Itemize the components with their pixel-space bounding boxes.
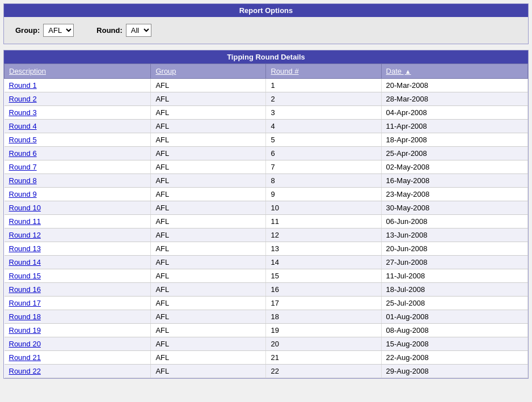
description-link[interactable]: Round 3 <box>9 108 37 117</box>
cell-description: Round 14 <box>5 256 151 269</box>
description-link[interactable]: Round 19 <box>9 326 41 335</box>
cell-group: AFL <box>151 215 266 228</box>
cell-date: 11-Apr-2008 <box>381 120 527 133</box>
table-row: Round 21AFL2122-Aug-2008 <box>5 351 528 365</box>
group-label: Group: <box>15 26 40 35</box>
cell-group: AFL <box>151 324 266 337</box>
cell-date: 11-Jul-2008 <box>381 269 527 283</box>
cell-date: 01-Aug-2008 <box>381 310 527 324</box>
cell-round: 22 <box>266 365 381 378</box>
cell-date: 15-Aug-2008 <box>381 337 527 351</box>
description-link[interactable]: Round 15 <box>9 272 41 280</box>
date-col-link[interactable]: Date ▲ <box>386 67 411 75</box>
description-link[interactable]: Round 9 <box>9 190 37 198</box>
description-link[interactable]: Round 12 <box>9 231 41 239</box>
cell-date: 20-Jun-2008 <box>381 242 527 256</box>
table-row: Round 1AFL120-Mar-2008 <box>5 79 528 92</box>
cell-round: 14 <box>266 256 381 269</box>
report-options-title: Report Options <box>4 4 528 17</box>
table-header-row: Description Group Round # Date ▲ <box>5 64 528 79</box>
cell-round: 9 <box>266 188 381 201</box>
description-link[interactable]: Round 13 <box>9 244 41 253</box>
cell-date: 06-Jun-2008 <box>381 215 527 228</box>
cell-description: Round 5 <box>5 133 151 147</box>
cell-group: AFL <box>151 92 266 106</box>
cell-round: 2 <box>266 92 381 106</box>
cell-date: 30-May-2008 <box>381 201 527 215</box>
table-row: Round 18AFL1801-Aug-2008 <box>5 310 528 324</box>
description-link[interactable]: Round 22 <box>9 367 41 375</box>
table-row: Round 16AFL1618-Jul-2008 <box>5 283 528 297</box>
cell-group: AFL <box>151 201 266 215</box>
table-body: Round 1AFL120-Mar-2008Round 2AFL228-Mar-… <box>5 79 528 378</box>
cell-round: 20 <box>266 337 381 351</box>
report-options-body: Group: AFL Round: All 1234 5678 9101112 … <box>4 17 528 44</box>
round-select[interactable]: All 1234 5678 9101112 13141516 17181920 … <box>126 24 151 37</box>
description-link[interactable]: Round 8 <box>9 176 37 185</box>
cell-date: 18-Jul-2008 <box>381 283 527 297</box>
cell-round: 21 <box>266 351 381 365</box>
cell-description: Round 11 <box>5 215 151 228</box>
cell-date: 27-Jun-2008 <box>381 256 527 269</box>
table-row: Round 11AFL1106-Jun-2008 <box>5 215 528 228</box>
cell-group: AFL <box>151 188 266 201</box>
cell-date: 13-Jun-2008 <box>381 228 527 242</box>
description-link[interactable]: Round 10 <box>9 204 41 212</box>
table-row: Round 5AFL518-Apr-2008 <box>5 133 528 147</box>
description-link[interactable]: Round 21 <box>9 353 41 362</box>
round-col-link[interactable]: Round # <box>271 67 298 75</box>
cell-group: AFL <box>151 269 266 283</box>
cell-group: AFL <box>151 174 266 188</box>
cell-group: AFL <box>151 160 266 174</box>
cell-group: AFL <box>151 228 266 242</box>
cell-round: 5 <box>266 133 381 147</box>
col-header-group[interactable]: Group <box>151 64 266 79</box>
cell-date: 08-Aug-2008 <box>381 324 527 337</box>
cell-group: AFL <box>151 256 266 269</box>
cell-description: Round 12 <box>5 228 151 242</box>
cell-round: 16 <box>266 283 381 297</box>
table-row: Round 12AFL1213-Jun-2008 <box>5 228 528 242</box>
cell-round: 4 <box>266 120 381 133</box>
group-select[interactable]: AFL <box>43 24 74 37</box>
cell-group: AFL <box>151 351 266 365</box>
cell-group: AFL <box>151 120 266 133</box>
description-link[interactable]: Round 17 <box>9 299 41 307</box>
table-row: Round 7AFL702-May-2008 <box>5 160 528 174</box>
table-row: Round 4AFL411-Apr-2008 <box>5 120 528 133</box>
description-col-link[interactable]: Description <box>9 67 46 75</box>
description-link[interactable]: Round 4 <box>9 122 37 130</box>
description-link[interactable]: Round 14 <box>9 258 41 266</box>
cell-description: Round 17 <box>5 297 151 310</box>
cell-date: 28-Mar-2008 <box>381 92 527 106</box>
cell-date: 25-Jul-2008 <box>381 297 527 310</box>
tipping-section: Tipping Round Details Description Group … <box>3 50 529 379</box>
group-col-link[interactable]: Group <box>155 67 176 75</box>
description-link[interactable]: Round 7 <box>9 163 37 171</box>
round-label: Round: <box>96 26 122 35</box>
cell-group: AFL <box>151 365 266 378</box>
description-link[interactable]: Round 20 <box>9 340 41 348</box>
col-header-description[interactable]: Description <box>5 64 151 79</box>
cell-description: Round 7 <box>5 160 151 174</box>
description-link[interactable]: Round 16 <box>9 285 41 294</box>
cell-round: 7 <box>266 160 381 174</box>
table-row: Round 10AFL1030-May-2008 <box>5 201 528 215</box>
description-link[interactable]: Round 6 <box>9 149 37 158</box>
description-link[interactable]: Round 11 <box>9 217 41 226</box>
cell-round: 10 <box>266 201 381 215</box>
cell-description: Round 20 <box>5 337 151 351</box>
cell-description: Round 21 <box>5 351 151 365</box>
cell-group: AFL <box>151 147 266 160</box>
cell-description: Round 1 <box>5 79 151 92</box>
col-header-date[interactable]: Date ▲ <box>381 64 527 79</box>
description-link[interactable]: Round 5 <box>9 136 37 144</box>
col-header-round[interactable]: Round # <box>266 64 381 79</box>
cell-group: AFL <box>151 283 266 297</box>
round-field-group: Round: All 1234 5678 9101112 13141516 17… <box>96 24 151 37</box>
description-link[interactable]: Round 18 <box>9 312 41 321</box>
description-link[interactable]: Round 1 <box>9 81 37 90</box>
cell-group: AFL <box>151 106 266 120</box>
table-row: Round 6AFL625-Apr-2008 <box>5 147 528 160</box>
description-link[interactable]: Round 2 <box>9 95 37 103</box>
